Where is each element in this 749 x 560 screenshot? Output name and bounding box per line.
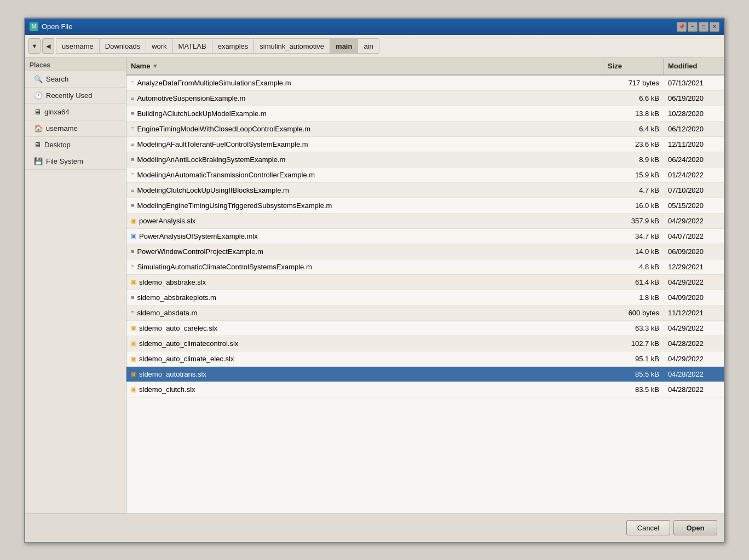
- file-name-cell: ≡ ModelingAFaultTolerantFuelControlSyste…: [126, 140, 603, 148]
- file-date: 10/28/2020: [664, 109, 724, 118]
- file-size: 61.4 kB: [603, 278, 664, 286]
- table-row[interactable]: ≡ ModelingAnAntiLockBrakingSystemExample…: [126, 152, 724, 168]
- file-size: 63.3 kB: [603, 324, 664, 332]
- file-size: 102.7 kB: [603, 339, 664, 348]
- breadcrumb-work[interactable]: work: [146, 38, 172, 54]
- file-size: 15.9 kB: [603, 171, 664, 179]
- col-size-header[interactable]: Size: [603, 58, 664, 74]
- file-type-icon: ≡: [131, 309, 134, 316]
- sidebar-item-username[interactable]: 🏠 username: [25, 120, 126, 137]
- col-name-header[interactable]: Name ▼: [126, 58, 603, 74]
- file-date: 07/13/2021: [664, 79, 724, 87]
- table-row[interactable]: ≡ sldemo_absdata.m 600 bytes 11/12/2021: [126, 305, 724, 321]
- file-size: 83.5 kB: [603, 385, 664, 394]
- file-size: 95.1 kB: [603, 355, 664, 363]
- file-date: 01/24/2022: [664, 171, 724, 179]
- table-row[interactable]: ▣ sldemo_auto_climate_elec.slx 95.1 kB 0…: [126, 351, 724, 367]
- file-type-icon: ≡: [131, 248, 134, 255]
- file-date: 06/19/2020: [664, 94, 724, 102]
- file-type-icon: ≡: [131, 263, 134, 270]
- app-icon: M: [30, 22, 38, 31]
- breadcrumb-main[interactable]: main: [330, 38, 358, 54]
- window-controls: 📌 − □ ✕: [677, 22, 719, 32]
- open-button[interactable]: Open: [673, 520, 717, 535]
- table-row[interactable]: ≡ ModelingAnAutomaticTransmissionControl…: [126, 168, 724, 183]
- breadcrumb-downloads[interactable]: Downloads: [99, 38, 146, 54]
- file-date: 04/07/2022: [664, 232, 724, 240]
- sidebar-item-search[interactable]: 🔍 Search: [25, 71, 126, 88]
- desktop-icon: 🖥: [34, 141, 41, 149]
- sidebar: Places 🔍 Search 🕐 Recently Used 🖥 glnxa6…: [25, 58, 126, 513]
- file-name-cell: ≡ SimulatingAutomaticClimateControlSyste…: [126, 263, 603, 271]
- file-name: sldemo_absbrakeplots.m: [137, 293, 216, 302]
- table-row[interactable]: ≡ EngineTimingModelWithClosedLoopControl…: [126, 122, 724, 137]
- table-row[interactable]: ▣ sldemo_auto_climatecontrol.slx 102.7 k…: [126, 336, 724, 351]
- nav-menu-button[interactable]: ▼: [28, 38, 41, 54]
- file-date: 12/11/2020: [664, 140, 724, 148]
- sidebar-item-desktop[interactable]: 🖥 Desktop: [25, 137, 126, 153]
- file-type-icon: ▣: [131, 340, 136, 347]
- table-row[interactable]: ▣ powerAnalysis.slx 357.9 kB 04/29/2022: [126, 213, 724, 229]
- file-type-icon: ≡: [131, 156, 134, 163]
- table-row[interactable]: ≡ PowerWindowControlProjectExample.m 14.…: [126, 244, 724, 259]
- col-modified-header[interactable]: Modified: [664, 58, 724, 74]
- breadcrumb-examples[interactable]: examples: [212, 38, 254, 54]
- maximize-button[interactable]: □: [699, 22, 708, 32]
- file-size: 23.6 kB: [603, 140, 664, 148]
- table-row[interactable]: ▣ sldemo_auto_carelec.slx 63.3 kB 04/29/…: [126, 321, 724, 336]
- file-name: ModelingAFaultTolerantFuelControlSystemE…: [137, 140, 308, 148]
- dialog-title: Open File: [42, 22, 72, 31]
- file-type-icon: ≡: [131, 141, 134, 147]
- sidebar-item-glnxa64[interactable]: 🖥 glnxa64: [25, 104, 126, 120]
- close-button[interactable]: ✕: [710, 22, 719, 32]
- table-row[interactable]: ≡ ModelingClutchLockUpUsingIfBlocksExamp…: [126, 183, 724, 198]
- file-type-icon: ≡: [131, 294, 134, 301]
- computer-icon: 🖥: [34, 108, 41, 116]
- file-type-icon: ▣: [131, 371, 136, 378]
- file-date: 04/28/2022: [664, 370, 724, 378]
- file-size: 4.8 kB: [603, 263, 664, 271]
- breadcrumb-username[interactable]: username: [56, 38, 99, 54]
- file-type-icon: ▣: [131, 325, 136, 332]
- sidebar-item-recently-used[interactable]: 🕐 Recently Used: [25, 88, 126, 104]
- file-name: sldemo_clutch.slx: [139, 385, 195, 394]
- home-icon: 🏠: [34, 124, 43, 132]
- file-name-cell: ≡ ModelingClutchLockUpUsingIfBlocksExamp…: [126, 186, 603, 194]
- table-row[interactable]: ≡ AutomotiveSuspensionExample.m 6.6 kB 0…: [126, 91, 724, 106]
- table-row[interactable]: ▣ sldemo_absbrake.slx 61.4 kB 04/29/2022: [126, 275, 724, 290]
- file-size: 16.0 kB: [603, 201, 664, 210]
- cancel-button[interactable]: Cancel: [626, 520, 670, 535]
- table-row[interactable]: ≡ AnalyzeDataFromMultipleSimulationsExam…: [126, 76, 724, 91]
- pin-button[interactable]: 📌: [677, 22, 687, 32]
- table-row[interactable]: ≡ sldemo_absbrakeplots.m 1.8 kB 04/09/20…: [126, 290, 724, 305]
- file-name-cell: ▣ sldemo_autotrans.slx: [126, 370, 603, 378]
- table-row[interactable]: ≡ BuildingAClutchLockUpModelExample.m 13…: [126, 106, 724, 122]
- table-row[interactable]: ▣ sldemo_clutch.slx 83.5 kB 04/28/2022: [126, 382, 724, 397]
- breadcrumb-matlab[interactable]: MATLAB: [172, 38, 212, 54]
- file-name-cell: ≡ PowerWindowControlProjectExample.m: [126, 247, 603, 256]
- file-table-header: Name ▼ Size Modified: [126, 58, 724, 76]
- file-name-cell: ▣ sldemo_clutch.slx: [126, 385, 603, 394]
- sidebar-item-file-system[interactable]: 💾 File System: [25, 153, 126, 170]
- file-type-icon: ▣: [131, 355, 136, 362]
- nav-back-button[interactable]: ◀: [42, 38, 54, 54]
- file-type-icon: ≡: [131, 171, 134, 178]
- table-row[interactable]: ≡ ModelingAFaultTolerantFuelControlSyste…: [126, 137, 724, 152]
- sidebar-item-desktop-label: Desktop: [44, 141, 71, 149]
- file-name: sldemo_absdata.m: [137, 309, 197, 317]
- file-type-icon: ≡: [131, 110, 134, 117]
- file-size: 1.8 kB: [603, 293, 664, 302]
- table-row[interactable]: ▣ PowerAnalysisOfSystemExample.mlx 34.7 …: [126, 229, 724, 244]
- file-date: 06/24/2020: [664, 155, 724, 164]
- sidebar-item-recently-used-label: Recently Used: [46, 91, 93, 100]
- table-row[interactable]: ▣ sldemo_autotrans.slx 85.5 kB 04/28/202…: [126, 367, 724, 382]
- file-size: 717 bytes: [603, 79, 664, 87]
- file-list[interactable]: ≡ AnalyzeDataFromMultipleSimulationsExam…: [126, 76, 724, 513]
- table-row[interactable]: ≡ ModelingEngineTimingUsingTriggeredSubs…: [126, 198, 724, 213]
- breadcrumb-ain[interactable]: ain: [358, 38, 379, 54]
- table-row[interactable]: ≡ SimulatingAutomaticClimateControlSyste…: [126, 259, 724, 275]
- breadcrumb-simulink-automotive[interactable]: simulink_automotive: [253, 38, 330, 54]
- file-name: ModelingAnAutomaticTransmissionControlle…: [137, 171, 315, 179]
- file-size: 6.4 kB: [603, 125, 664, 133]
- minimize-button[interactable]: −: [688, 22, 698, 32]
